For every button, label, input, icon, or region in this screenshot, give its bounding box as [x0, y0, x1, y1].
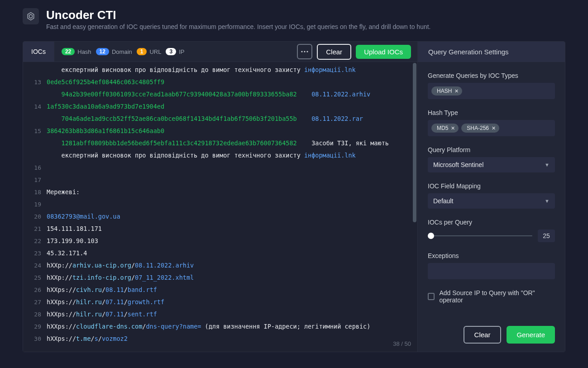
code-line[interactable]: 08362793@mail.gov.ua	[45, 210, 417, 223]
ioc-types-label: Generate Queries by IOC Types	[428, 72, 555, 79]
code-line[interactable]: hXXps://t.me/s/vozmoz2	[45, 333, 417, 345]
page-title: Uncoder CTI	[46, 8, 431, 22]
code-line[interactable]: 0ede5c6f925b4ef08446c063c4805ff9	[45, 76, 417, 88]
mapping-label: IOC Field Mapping	[428, 182, 555, 190]
svg-point-4	[307, 51, 308, 52]
source-ip-checkbox[interactable]	[428, 293, 435, 300]
chip-hash[interactable]: HASH✕	[431, 86, 462, 96]
per-query-value: 25	[538, 229, 555, 242]
code-line[interactable]: hXXp://tzi.info-cip.org/07_11_2022.xhtml	[45, 272, 417, 284]
svg-marker-0	[28, 13, 33, 20]
code-line[interactable]: 3864263b8b3d86a1f6861b15c646aab0	[45, 125, 417, 137]
per-query-label: IOCs per Query	[428, 219, 555, 226]
hash-type-label: Hash Type	[428, 109, 555, 116]
code-line[interactable]: 173.199.90.103	[45, 235, 417, 247]
header: Uncoder CTI Fast and easy generation of …	[23, 8, 565, 30]
logo-icon	[23, 8, 39, 24]
page-subtitle: Fast and easy generation of IOC queries …	[46, 23, 431, 30]
scrollbar[interactable]	[413, 62, 416, 352]
code-line[interactable]: hXXp://arhiv.ua-cip.org/08.11.2022.arhiv	[45, 259, 417, 272]
exceptions-input[interactable]	[428, 263, 555, 279]
ip-count-badge: 3	[166, 48, 176, 55]
code-line[interactable]	[45, 174, 417, 186]
chevron-down-icon: ▼	[545, 198, 550, 204]
code-line[interactable]: hXXps://civh.ru/08.11/band.rtf	[45, 284, 417, 296]
url-label: URL	[149, 48, 161, 55]
close-icon[interactable]: ✕	[451, 125, 455, 131]
svg-point-3	[304, 51, 306, 52]
svg-marker-1	[29, 14, 33, 18]
domain-label: Domain	[112, 48, 132, 55]
source-ip-label: Add Source IP to Query with "OR" operato…	[439, 289, 555, 304]
code-editor[interactable]: 131415161718192021222324252627282930 екс…	[23, 62, 417, 352]
code-line[interactable]: hXXps://hilr.ru/07.11/growth.rtf	[45, 296, 417, 308]
code-line[interactable]: hXXps://hilr.ru/07.11/sent.rtf	[45, 308, 417, 320]
code-line[interactable]: hXXps://cloudflare-dns.com/dns-query?nam…	[45, 320, 417, 333]
close-icon[interactable]: ✕	[492, 125, 496, 131]
code-line[interactable]: 704a6ade1ad9ccb52ff52ae86ca0bce068f14134…	[45, 113, 417, 125]
upload-iocs-button[interactable]: Upload IOCs	[356, 45, 411, 59]
per-query-slider[interactable]	[428, 235, 532, 236]
clear-button[interactable]: Clear	[317, 44, 351, 60]
tab-settings[interactable]: Query Generation Settings	[418, 42, 565, 62]
close-icon[interactable]: ✕	[454, 88, 459, 94]
more-icon[interactable]	[297, 44, 312, 59]
tab-iocs[interactable]: IOCs	[23, 42, 54, 62]
hash-label: Hash	[77, 48, 91, 55]
code-line[interactable]: 154.111.181.171	[45, 223, 417, 235]
code-line[interactable]: експертний висновок про відповідність до…	[45, 149, 417, 162]
code-line[interactable]: 1281abff0809bbb1de56bed6f5ebfa111c3c4291…	[45, 137, 417, 149]
code-line[interactable]	[45, 162, 417, 174]
code-line[interactable]: 1af530c3daa10a6a9ad973bd7e1904ed	[45, 100, 417, 113]
chevron-down-icon: ▼	[545, 162, 550, 167]
badge-row: 22 Hash 12 Domain 1 URL 3 IP	[54, 48, 194, 55]
chip-sha256[interactable]: SHA-256✕	[461, 124, 499, 133]
code-line[interactable]: 94a2b39e00ff03061093cce7ead1aab677c93940…	[45, 88, 417, 100]
hash-count-badge: 22	[62, 48, 75, 55]
ip-label: IP	[179, 48, 184, 55]
domain-count-badge: 12	[96, 48, 109, 55]
platform-select[interactable]: Microsoft Sentinel ▼	[428, 157, 555, 172]
chip-md5[interactable]: MD5✕	[431, 124, 459, 133]
code-line[interactable]: Мережеві:	[45, 186, 417, 198]
platform-label: Query Platform	[428, 146, 555, 153]
code-line[interactable]: експертний висновок про відповідність до…	[45, 64, 417, 76]
char-counter: 38 / 50	[393, 340, 411, 347]
code-line[interactable]	[45, 198, 417, 210]
mapping-select[interactable]: Default ▼	[428, 193, 555, 209]
hash-type-input[interactable]: MD5✕ SHA-256✕	[428, 120, 555, 136]
exceptions-label: Exceptions	[428, 252, 555, 259]
generate-button[interactable]: Generate	[507, 326, 555, 344]
code-line[interactable]: 45.32.171.4	[45, 247, 417, 259]
ioc-types-input[interactable]: HASH✕	[428, 83, 555, 99]
settings-clear-button[interactable]: Clear	[464, 326, 502, 344]
url-count-badge: 1	[137, 48, 147, 55]
svg-point-2	[301, 51, 303, 52]
